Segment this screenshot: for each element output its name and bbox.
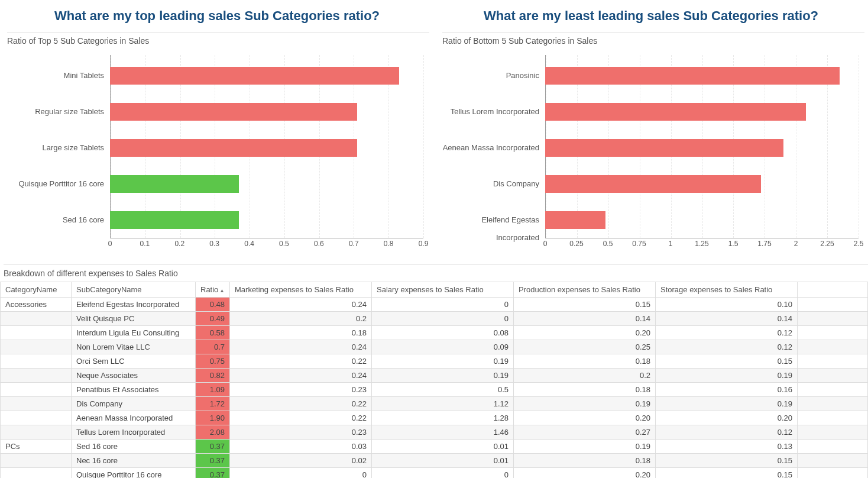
cell-storage: 0.15	[656, 454, 798, 468]
table-row[interactable]: Neque Associates0.820.240.190.20.19	[1, 369, 868, 383]
cell-production: 0.25	[514, 340, 656, 354]
cell-production: 0.20	[514, 468, 656, 479]
table-row[interactable]: Penatibus Et Associates1.090.230.50.180.…	[1, 383, 868, 397]
cell-marketing: 0.02	[230, 454, 372, 468]
cell-salary: 0	[372, 298, 514, 312]
cell-production: 0.19	[514, 440, 656, 454]
cell-ratio: 0.37	[196, 440, 230, 454]
column-header[interactable]: Ratio▴	[196, 282, 230, 298]
cell-marketing: 0.24	[230, 369, 372, 383]
page-title-left: What are my top leading sales Sub Catego…	[0, 0, 434, 30]
bar[interactable]	[110, 103, 357, 121]
table-row[interactable]: PCsSed 16 core0.370.030.010.190.13	[1, 440, 868, 454]
y-label: Eleifend Egestas Incorporated	[439, 211, 543, 229]
chart-bottom5[interactable]: 00.250.50.7511.251.51.7522.252.5Panosini…	[439, 49, 864, 256]
cell-storage: 0.16	[656, 383, 798, 397]
cell-salary: 0.01	[372, 440, 514, 454]
cell-marketing: 0.24	[230, 340, 372, 354]
expenses-table[interactable]: CategoryNameSubCategoryNameRatio▴Marketi…	[0, 282, 868, 478]
cell-storage: 0.14	[656, 312, 798, 326]
x-tick: 1.5	[728, 240, 739, 248]
table-row[interactable]: Tellus Lorem Incorporated2.080.231.460.2…	[1, 425, 868, 440]
x-tick: 0.5	[279, 240, 289, 248]
bar[interactable]	[545, 67, 840, 85]
bar[interactable]	[545, 103, 806, 121]
bar[interactable]	[110, 175, 239, 193]
column-header[interactable]: Production expenses to Sales Ratio	[514, 282, 656, 298]
x-tick: 0.5	[603, 240, 613, 248]
table-row[interactable]: Quisque Porttitor 16 core0.37000.200.15	[1, 468, 868, 479]
cell-production: 0.15	[514, 298, 656, 312]
cell-salary: 1.28	[372, 411, 514, 425]
x-tick: 0.2	[174, 240, 184, 248]
column-header[interactable]: Marketing expenses to Sales Ratio	[230, 282, 372, 298]
chart-top5-panel: Ratio of Top 5 Sub Categories in Sales 0…	[4, 30, 429, 256]
cell-subcategory: Interdum Ligula Eu Consulting	[72, 326, 196, 340]
cell-marketing: 0.2	[230, 312, 372, 326]
bar[interactable]	[545, 211, 605, 229]
cell-subcategory: Neque Associates	[72, 369, 196, 383]
cell-salary: 0	[372, 312, 514, 326]
cell-storage: 0.13	[656, 440, 798, 454]
cell-subcategory: Orci Sem LLC	[72, 354, 196, 369]
cell-salary: 0.09	[372, 340, 514, 354]
chart-top5[interactable]: 00.10.20.30.40.50.60.70.80.9Mini Tablets…	[4, 49, 429, 256]
table-row[interactable]: Orci Sem LLC0.750.220.190.180.15	[1, 354, 868, 369]
cell-ratio: 2.08	[196, 425, 230, 440]
y-label: Regular size Tablets	[4, 103, 108, 121]
table-row[interactable]: Non Lorem Vitae LLC0.70.240.090.250.12	[1, 340, 868, 354]
cell-category	[1, 411, 72, 425]
table-row[interactable]: AccessoriesEleifend Egestas Incorporated…	[1, 298, 868, 312]
cell-category	[1, 369, 72, 383]
table-row[interactable]: Velit Quisque PC0.490.200.140.14	[1, 312, 868, 326]
table-row[interactable]: Interdum Ligula Eu Consulting0.580.180.0…	[1, 326, 868, 340]
x-tick: 0	[108, 240, 112, 248]
cell-ratio: 0.82	[196, 369, 230, 383]
y-label: Aenean Massa Incorporated	[439, 139, 543, 157]
cell-production: 0.20	[514, 326, 656, 340]
y-label: Panosinic	[439, 67, 543, 85]
column-header[interactable]: CategoryName	[1, 282, 72, 298]
cell-salary: 0.19	[372, 354, 514, 369]
cell-category: Accessories	[1, 298, 72, 312]
bar[interactable]	[545, 139, 783, 157]
cell-ratio: 1.72	[196, 397, 230, 411]
bar[interactable]	[110, 139, 357, 157]
cell-production: 0.2	[514, 369, 656, 383]
bar[interactable]	[545, 175, 761, 193]
cell-subcategory: Nec 16 core	[72, 454, 196, 468]
cell-subcategory: Dis Company	[72, 397, 196, 411]
cell-storage: 0.19	[656, 369, 798, 383]
cell-ratio: 0.37	[196, 454, 230, 468]
y-label: Quisque Porttitor 16 core	[4, 175, 108, 193]
cell-production: 0.20	[514, 411, 656, 425]
cell-salary: 0.01	[372, 454, 514, 468]
table-row[interactable]: Aenean Massa Incorporated1.900.221.280.2…	[1, 411, 868, 425]
cell-subcategory: Tellus Lorem Incorporated	[72, 425, 196, 440]
cell-subcategory: Quisque Porttitor 16 core	[72, 468, 196, 479]
table-row[interactable]: Dis Company1.720.221.120.190.19	[1, 397, 868, 411]
column-header[interactable]: Storage expenses to Sales Ratio	[656, 282, 798, 298]
cell-storage: 0.10	[656, 298, 798, 312]
cell-category	[1, 340, 72, 354]
cell-storage: 0.19	[656, 397, 798, 411]
cell-salary: 0.19	[372, 369, 514, 383]
column-header[interactable]: SubCategoryName	[72, 282, 196, 298]
cell-category	[1, 468, 72, 479]
x-tick: 0	[543, 240, 548, 248]
cell-storage: 0.12	[656, 425, 798, 440]
bar[interactable]	[110, 67, 399, 85]
x-tick: 1	[669, 240, 673, 248]
bar[interactable]	[110, 211, 239, 229]
cell-production: 0.27	[514, 425, 656, 440]
column-header[interactable]: Salary expenses to Sales Ratio	[372, 282, 514, 298]
cell-category	[1, 397, 72, 411]
cell-subcategory: Non Lorem Vitae LLC	[72, 340, 196, 354]
cell-ratio: 0.37	[196, 468, 230, 479]
x-tick: 2	[794, 240, 798, 248]
x-tick: 1.75	[757, 240, 771, 248]
cell-category	[1, 454, 72, 468]
y-label: Sed 16 core	[4, 211, 108, 229]
table-row[interactable]: Nec 16 core0.370.020.010.180.15	[1, 454, 868, 468]
cell-marketing: 0.22	[230, 354, 372, 369]
